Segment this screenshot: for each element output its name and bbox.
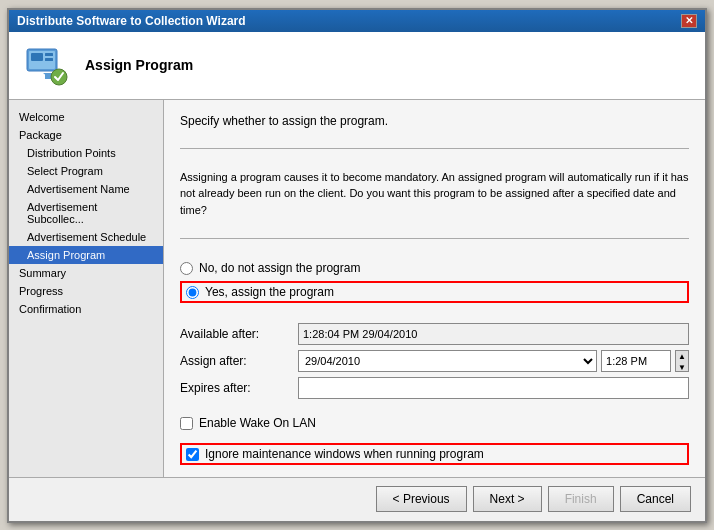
sidebar-item-confirmation[interactable]: Confirmation — [9, 300, 163, 318]
sidebar-item-advertisement-name[interactable]: Advertisement Name — [9, 180, 163, 198]
divider-1 — [180, 148, 689, 149]
assign-after-date-select[interactable]: 29/04/2010 — [298, 350, 597, 372]
sidebar-item-advertisement-subcollection[interactable]: Advertisement Subcollec... — [9, 198, 163, 228]
close-button[interactable]: ✕ — [681, 14, 697, 28]
sidebar-item-distribution-points[interactable]: Distribution Points — [9, 144, 163, 162]
expires-after-label: Expires after: — [180, 381, 290, 395]
expires-after-input[interactable] — [298, 377, 689, 399]
wizard-window: Distribute Software to Collection Wizard… — [7, 8, 707, 523]
radio-no-label: No, do not assign the program — [199, 261, 360, 275]
sidebar-item-progress[interactable]: Progress — [9, 282, 163, 300]
spin-down[interactable]: ▼ — [676, 362, 688, 373]
previous-button[interactable]: < Previous — [376, 486, 467, 512]
divider-2 — [180, 238, 689, 239]
next-button[interactable]: Next > — [473, 486, 542, 512]
radio-yes-highlighted: Yes, assign the program — [180, 281, 689, 303]
content-area: Specify whether to assign the program. A… — [164, 100, 705, 477]
svg-rect-4 — [45, 58, 53, 61]
spin-up[interactable]: ▲ — [676, 351, 688, 362]
sidebar-item-summary[interactable]: Summary — [9, 264, 163, 282]
svg-rect-2 — [31, 53, 43, 61]
assign-radio-group: No, do not assign the program Yes, assig… — [180, 261, 689, 303]
available-after-input[interactable] — [298, 323, 689, 345]
footer: < Previous Next > Finish Cancel — [9, 477, 705, 521]
finish-button[interactable]: Finish — [548, 486, 614, 512]
form-grid: Available after: Assign after: 29/04/201… — [180, 323, 689, 399]
main-area: WelcomePackageDistribution PointsSelect … — [9, 100, 705, 477]
wake-on-lan-label: Enable Wake On LAN — [199, 416, 316, 430]
sidebar-item-package[interactable]: Package — [9, 126, 163, 144]
wizard-icon — [23, 41, 71, 89]
radio-no[interactable] — [180, 262, 193, 275]
sidebar-item-advertisement-schedule[interactable]: Advertisement Schedule — [9, 228, 163, 246]
assign-after-label: Assign after: — [180, 354, 290, 368]
ignore-maintenance-label: Ignore maintenance windows when running … — [205, 447, 484, 461]
radio-yes[interactable] — [186, 286, 199, 299]
svg-rect-3 — [45, 53, 53, 56]
sidebar-item-assign-program[interactable]: Assign Program — [9, 246, 163, 264]
ignore-maintenance-checkbox[interactable] — [186, 448, 199, 461]
svg-rect-6 — [45, 73, 51, 79]
time-spinner[interactable]: ▲ ▼ — [675, 350, 689, 372]
wizard-header: Assign Program — [9, 32, 705, 100]
info-text: Assigning a program causes it to become … — [180, 165, 689, 223]
wake-on-lan-item: Enable Wake On LAN — [180, 416, 689, 430]
radio-no-item: No, do not assign the program — [180, 261, 689, 275]
cancel-button[interactable]: Cancel — [620, 486, 691, 512]
sidebar-item-select-program[interactable]: Select Program — [9, 162, 163, 180]
wake-on-lan-checkbox[interactable] — [180, 417, 193, 430]
radio-yes-label: Yes, assign the program — [205, 285, 334, 299]
available-after-label: Available after: — [180, 327, 290, 341]
ignore-maintenance-highlighted: Ignore maintenance windows when running … — [180, 443, 689, 465]
title-bar: Distribute Software to Collection Wizard… — [9, 10, 705, 32]
assign-after-time-input[interactable] — [601, 350, 671, 372]
assign-after-row: 29/04/2010 ▲ ▼ — [298, 350, 689, 372]
window-title: Distribute Software to Collection Wizard — [17, 14, 246, 28]
sidebar-item-welcome[interactable]: Welcome — [9, 108, 163, 126]
sidebar: WelcomePackageDistribution PointsSelect … — [9, 100, 164, 477]
content-description: Specify whether to assign the program. — [180, 114, 689, 128]
header-title: Assign Program — [85, 57, 193, 73]
